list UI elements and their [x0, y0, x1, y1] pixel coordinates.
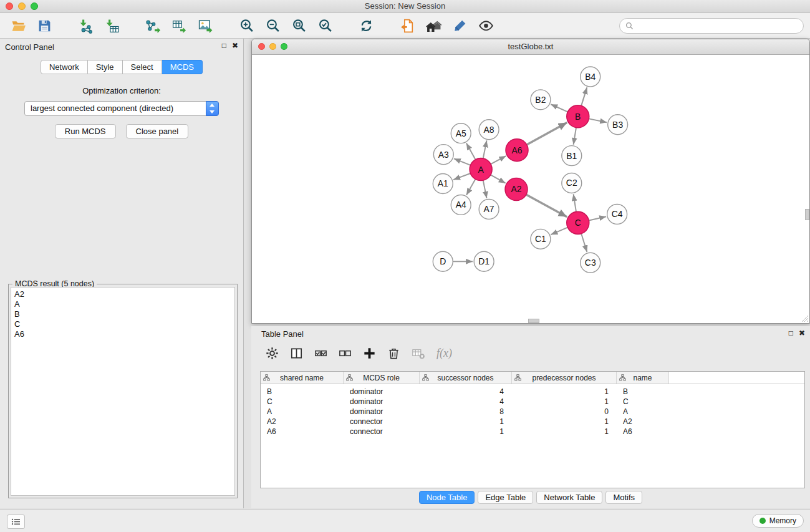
result-item[interactable]: C: [14, 319, 231, 329]
graph-node-A5[interactable]: A5: [451, 123, 471, 143]
tab-node-table[interactable]: Node Table: [419, 491, 475, 504]
tab-edge-table[interactable]: Edge Table: [478, 491, 533, 504]
graph-edge-B-B3[interactable]: [589, 118, 607, 122]
graph-edge-A-A6[interactable]: [491, 156, 506, 164]
open-file-icon[interactable]: [9, 16, 27, 35]
table-row[interactable]: A6connector11A6: [261, 427, 804, 437]
network-canvas[interactable]: B4B2BB3A8A5A6A3B1AC2A1A2A4A7C4CC1C3DD1: [252, 55, 809, 323]
graph-node-A7[interactable]: A7: [479, 199, 499, 219]
graph-node-C2[interactable]: C2: [562, 173, 582, 193]
select-all-icon[interactable]: [312, 345, 329, 362]
mcds-result-list[interactable]: A2ABCA6: [11, 287, 235, 496]
search-input[interactable]: [637, 21, 798, 31]
close-window-button[interactable]: [6, 2, 13, 10]
save-session-icon[interactable]: [35, 16, 54, 35]
graph-edge-A6-B[interactable]: [527, 122, 567, 145]
graph-edge-B-B1[interactable]: [574, 128, 576, 145]
graph-edge-A-A2[interactable]: [491, 175, 506, 183]
graph-edge-A-A4[interactable]: [466, 179, 475, 195]
graph-node-D1[interactable]: D1: [474, 251, 494, 271]
table-row[interactable]: Cdominator41C: [261, 397, 804, 407]
add-row-icon[interactable]: [361, 345, 378, 362]
graph-node-A4[interactable]: A4: [451, 195, 471, 215]
function-builder-icon[interactable]: f(x): [434, 345, 455, 362]
graph-edge-A-A5[interactable]: [466, 143, 476, 159]
graph-edge-C-C4[interactable]: [589, 216, 606, 220]
graph-edge-B-B2[interactable]: [551, 104, 567, 112]
float-panel-icon[interactable]: □: [222, 41, 226, 50]
graph-node-A8[interactable]: A8: [479, 120, 499, 140]
table-row[interactable]: Adominator80A: [261, 407, 804, 417]
graph-node-C3[interactable]: C3: [581, 253, 600, 273]
network-graph[interactable]: B4B2BB3A8A5A6A3B1AC2A1A2A4A7C4CC1C3DD1: [252, 55, 809, 323]
deselect-all-icon[interactable]: [337, 345, 354, 362]
search-box[interactable]: [619, 18, 804, 34]
zoom-selected-icon[interactable]: [316, 16, 334, 35]
run-mcds-button[interactable]: Run MCDS: [55, 124, 116, 138]
first-neighbors-icon[interactable]: [398, 16, 417, 35]
zoom-out-icon[interactable]: [263, 16, 282, 35]
graph-node-D[interactable]: D: [433, 251, 453, 271]
dropdown-stepper-icon[interactable]: [206, 101, 219, 116]
import-table-icon[interactable]: [102, 16, 121, 35]
delete-table-icon[interactable]: [410, 345, 427, 362]
graph-node-B1[interactable]: B1: [562, 146, 582, 166]
export-network-icon[interactable]: [143, 16, 162, 35]
graph-edge-A2-C[interactable]: [526, 195, 567, 217]
graph-edge-A-A1[interactable]: [453, 173, 470, 180]
tab-mcds[interactable]: MCDS: [162, 60, 203, 74]
memory-button[interactable]: Memory: [752, 514, 804, 528]
horizontal-scrollbar-stub[interactable]: [528, 319, 539, 323]
tab-select[interactable]: Select: [123, 60, 162, 74]
graph-node-B3[interactable]: B3: [608, 115, 628, 135]
graph-edge-A-A7[interactable]: [483, 180, 487, 198]
minimize-window-button[interactable]: [18, 2, 26, 10]
export-image-icon[interactable]: [196, 16, 215, 35]
graph-node-C4[interactable]: C4: [607, 204, 627, 224]
column-header-successor-nodes[interactable]: successor nodes: [420, 372, 512, 384]
graph-node-A1[interactable]: A1: [433, 174, 453, 194]
table-settings-icon[interactable]: [264, 345, 281, 362]
tab-motifs[interactable]: Motifs: [605, 491, 642, 504]
table-row[interactable]: Bdominator41B: [261, 387, 804, 397]
graph-node-B2[interactable]: B2: [531, 90, 551, 110]
tab-network-table[interactable]: Network Table: [536, 491, 602, 504]
tab-style[interactable]: Style: [88, 60, 123, 74]
import-network-icon[interactable]: [76, 16, 95, 35]
graph-edge-C-C3[interactable]: [581, 234, 587, 253]
column-header-shared-name[interactable]: shared name: [261, 372, 344, 384]
close-network-button[interactable]: [258, 43, 265, 50]
table-row[interactable]: A2connector11A2: [261, 417, 804, 427]
tab-network[interactable]: Network: [41, 60, 88, 74]
network-window-titlebar[interactable]: testGlobe.txt: [252, 39, 809, 55]
graph-node-A[interactable]: A: [470, 158, 492, 181]
graph-node-C1[interactable]: C1: [531, 229, 551, 249]
task-history-button[interactable]: [7, 515, 25, 529]
apply-style-icon[interactable]: [450, 16, 469, 35]
minimize-network-button[interactable]: [269, 43, 276, 50]
zoom-in-icon[interactable]: [237, 16, 256, 35]
graph-edge-A-A3[interactable]: [454, 158, 471, 165]
float-panel-icon[interactable]: □: [789, 329, 793, 337]
graph-node-A3[interactable]: A3: [433, 145, 453, 165]
close-panel-icon[interactable]: ✖: [232, 41, 238, 50]
optimization-criterion-dropdown[interactable]: largest connected component (directed): [24, 101, 219, 116]
close-panel-button[interactable]: Close panel: [126, 124, 189, 138]
result-item[interactable]: A6: [14, 329, 231, 339]
graph-node-B4[interactable]: B4: [581, 67, 600, 87]
column-header-MCDS-role[interactable]: MCDS role: [344, 372, 420, 384]
graph-node-A2[interactable]: A2: [505, 178, 528, 201]
zoom-network-button[interactable]: [281, 43, 287, 50]
graph-node-B[interactable]: B: [567, 105, 589, 128]
refresh-view-icon[interactable]: [357, 16, 375, 35]
column-header-name[interactable]: name: [617, 372, 669, 384]
resize-grip-icon[interactable]: [801, 315, 809, 322]
show-graphics-details-icon[interactable]: [476, 16, 495, 35]
graph-edge-B-B4[interactable]: [581, 87, 587, 106]
export-table-icon[interactable]: [170, 16, 188, 35]
close-panel-icon[interactable]: ✖: [799, 329, 805, 337]
zoom-fit-icon[interactable]: [289, 16, 308, 35]
graph-node-C[interactable]: C: [567, 211, 589, 234]
home-layout-icon[interactable]: [424, 16, 443, 35]
graph-edge-A-A8[interactable]: [483, 140, 487, 158]
